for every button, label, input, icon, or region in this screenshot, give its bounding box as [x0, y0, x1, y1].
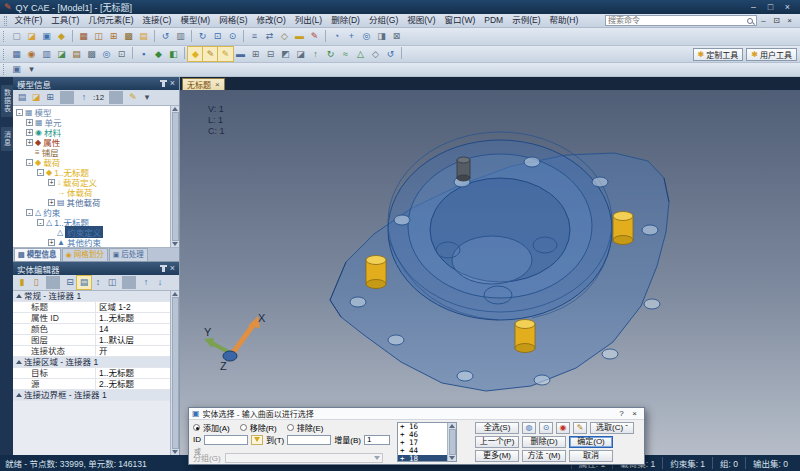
filter-button[interactable] — [251, 435, 263, 445]
separator[interactable] — [184, 47, 185, 59]
expand-toggle[interactable]: + — [26, 139, 33, 146]
group-dropdown[interactable] — [225, 453, 383, 463]
separator[interactable] — [46, 276, 60, 289]
separator[interactable] — [72, 30, 73, 42]
open-file-icon[interactable]: ◪ — [24, 30, 39, 44]
edge-tab-data-table[interactable]: 数据表 — [1, 85, 13, 117]
tree-other-constraints[interactable]: +▲其他约束 — [13, 237, 170, 247]
menu-geometry[interactable]: 几何元素(E) — [84, 14, 138, 27]
search-input[interactable] — [608, 16, 747, 25]
load-entity-icon[interactable]: ↑ — [139, 276, 153, 289]
tree-loads[interactable]: -◆载荷 — [13, 157, 170, 167]
menu-view[interactable]: 视图(V) — [403, 14, 440, 27]
maximize-button[interactable]: □ — [762, 1, 779, 14]
new-file-icon[interactable]: ▢ — [9, 30, 24, 44]
separator[interactable] — [122, 276, 136, 289]
menu-delete[interactable]: 删除(D) — [327, 14, 365, 27]
scroll-up-icon[interactable] — [172, 107, 178, 111]
scroll-up-icon[interactable] — [172, 292, 178, 296]
entity-info-icon[interactable]: ▤ — [15, 91, 29, 104]
radio-remove[interactable]: 移除(R) — [240, 422, 277, 433]
geometry-edit-icon[interactable]: ◉ — [24, 47, 39, 61]
mesh-surface-icon[interactable]: ◧ — [166, 47, 181, 61]
menu-modify[interactable]: 修改(O) — [252, 14, 290, 27]
report-icon[interactable]: ▩ — [84, 47, 99, 61]
menu-list[interactable]: 列出(L) — [290, 14, 326, 27]
property-value[interactable]: 区域 1-2 — [96, 302, 170, 312]
edit-pen-icon[interactable]: ✎ — [218, 47, 233, 61]
tree-scrollbar[interactable] — [170, 106, 179, 247]
scroll-thumb[interactable] — [449, 429, 456, 455]
spreadsheet-icon[interactable]: ▤ — [69, 47, 84, 61]
list-check-icon[interactable]: ≡ — [247, 30, 262, 44]
tree-materials[interactable]: +◉材料 — [13, 127, 170, 137]
mdi-minimize-button[interactable]: – — [757, 16, 770, 25]
tab-postprocess[interactable]: ▣后处理 — [109, 248, 148, 261]
property-value[interactable]: 14 — [96, 324, 170, 334]
expand-toggle[interactable]: - — [16, 109, 23, 116]
command-search[interactable] — [605, 15, 757, 26]
delete-table-icon[interactable]: ▦ — [76, 30, 91, 44]
select-pointer-icon[interactable]: ◨ — [374, 30, 389, 44]
loft-icon[interactable]: △ — [353, 47, 368, 61]
3d-viewport[interactable]: V: 1 L: 1 C: 1 — [180, 90, 800, 455]
table-append-icon[interactable]: ⊞ — [106, 30, 121, 44]
separator[interactable] — [109, 91, 123, 104]
id-from-input[interactable] — [204, 435, 248, 445]
eraser-icon[interactable]: ▬ — [233, 47, 248, 61]
extrude-icon[interactable]: ↑ — [308, 47, 323, 61]
tree-elements[interactable]: +▦单元 — [13, 117, 170, 127]
pin-icon[interactable] — [162, 80, 165, 87]
lock-icon[interactable]: ▮ — [15, 276, 29, 289]
custom-tools-button[interactable]: ✱定制工具 — [693, 48, 744, 61]
tab-meshing[interactable]: ◉网格划分 — [62, 248, 108, 261]
menu-help[interactable]: 帮助(H) — [545, 14, 583, 27]
view-style-icon[interactable]: ⊡ — [114, 47, 129, 61]
table-merge-icon[interactable]: ▩ — [121, 30, 136, 44]
node-icon[interactable]: ▪ — [136, 47, 151, 61]
property-value[interactable]: 1..无标题 — [96, 368, 170, 378]
method-button[interactable]: 方法 ˆ(M) — [522, 450, 566, 462]
separator[interactable] — [132, 47, 133, 59]
circle-pick-button[interactable]: ◍ — [522, 422, 536, 434]
close-icon[interactable]: × — [170, 264, 175, 273]
copy-model-icon[interactable]: ⊞ — [43, 91, 57, 104]
increment-input[interactable] — [364, 435, 390, 445]
property-value[interactable]: 开 — [96, 346, 170, 356]
zoom-fit-icon[interactable]: ◎ — [99, 47, 114, 61]
separator[interactable] — [154, 30, 155, 42]
menu-pdm[interactable]: PDM — [480, 14, 508, 27]
import-key-icon[interactable]: ◆ — [54, 30, 69, 44]
expand-toggle[interactable]: + — [26, 119, 33, 126]
select-all-button[interactable]: 全选(S) — [475, 422, 519, 434]
sweep-icon[interactable]: ≈ — [338, 47, 353, 61]
property-value[interactable]: 1..默认层 — [96, 335, 170, 345]
save-entity-icon[interactable]: ↓ — [153, 276, 167, 289]
expand-toggle[interactable]: - — [37, 219, 44, 226]
revolve-icon[interactable]: ↻ — [323, 47, 338, 61]
scroll-thumb[interactable] — [172, 112, 179, 241]
zoom-pick-button[interactable]: ◉ — [556, 422, 570, 434]
previous-button[interactable]: 上一个(P) — [475, 436, 519, 448]
dialog-close-button[interactable]: × — [628, 409, 641, 418]
scroll-down-icon[interactable] — [449, 456, 455, 460]
copy-all-icon[interactable]: ⊟ — [63, 276, 77, 289]
expand-toggle[interactable]: - — [37, 169, 44, 176]
zoom-window-icon[interactable]: ◎ — [359, 30, 374, 44]
caret-icon[interactable]: ▾ — [140, 91, 154, 104]
close-icon[interactable]: × — [170, 79, 175, 88]
solid-icon[interactable]: ◇ — [368, 47, 383, 61]
marquee-icon[interactable]: ⊠ — [389, 30, 404, 44]
copy-entity-icon[interactable]: ⊟ — [263, 47, 278, 61]
property-value[interactable]: 1..无标题 — [96, 313, 170, 323]
update-icon[interactable]: ↺ — [383, 47, 398, 61]
sort-az-icon[interactable]: ↕ — [91, 276, 105, 289]
pick-pen-button[interactable]: ✎ — [573, 422, 587, 434]
view-tab-untitled[interactable]: 无标题 × — [182, 78, 225, 90]
expand-toggle[interactable]: + — [48, 239, 55, 246]
close-button[interactable]: × — [779, 1, 796, 14]
scroll-down-icon[interactable] — [172, 450, 178, 454]
tab-model-info[interactable]: ▤模型信息 — [14, 248, 61, 261]
new-view-icon[interactable]: ⊡ — [210, 30, 225, 44]
grid-snap-icon[interactable]: ⊞ — [248, 47, 263, 61]
